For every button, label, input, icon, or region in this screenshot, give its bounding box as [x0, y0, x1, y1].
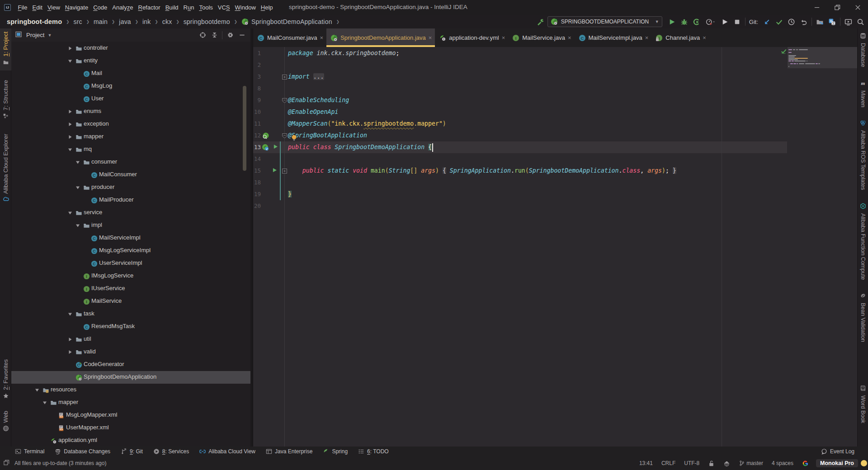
tab-close-icon[interactable]: ×	[502, 35, 505, 41]
play-gray-button[interactable]	[719, 16, 731, 27]
tool-window-button-7-structure[interactable]: 7: Structure	[0, 77, 11, 124]
code-line-9[interactable]: 9@EnableScheduling	[253, 94, 857, 106]
breadcrumb-item[interactable]: main	[94, 18, 108, 25]
hide-button[interactable]	[236, 30, 248, 41]
caret-position[interactable]: 13:41	[639, 460, 653, 466]
code-line-14[interactable]: 14	[253, 153, 857, 165]
chevron-expanded-icon[interactable]	[68, 211, 72, 215]
breadcrumb-item[interactable]: src	[73, 18, 82, 25]
file-encoding[interactable]: UTF-8	[684, 460, 699, 466]
code-line-12[interactable]: 12@SpringBootApplication	[253, 130, 857, 141]
tree-item-entity[interactable]: entity	[11, 55, 250, 67]
search-button[interactable]	[854, 16, 867, 27]
tool-window-button-alibaba-ros-templates[interactable]: Alibaba ROS Templates	[858, 117, 868, 193]
chevron-collapsed-icon[interactable]	[68, 337, 72, 342]
chevron-expanded-icon[interactable]	[75, 160, 80, 164]
git-branch-widget[interactable]: master	[739, 460, 763, 466]
menu-navigate[interactable]: Navigate	[62, 2, 90, 13]
tree-item-task[interactable]: task	[11, 308, 250, 320]
tree-item-util[interactable]: util	[11, 333, 250, 346]
chevron-collapsed-icon[interactable]	[68, 122, 72, 127]
breadcrumb-item[interactable]: ink	[142, 18, 151, 25]
tool-window-button-java-enterprise[interactable]: Java Enterprise	[266, 448, 312, 455]
tool-window-button-spring[interactable]: Spring	[323, 448, 348, 455]
tool-window-button-maven[interactable]: mMaven	[858, 77, 868, 111]
run-button[interactable]	[666, 16, 678, 27]
tree-item-mailconsumer[interactable]: CMailConsumer	[11, 169, 250, 181]
tree-item-valid[interactable]: valid	[11, 346, 250, 358]
tree-item-mapper[interactable]: mapper	[11, 131, 250, 143]
hammer-button[interactable]	[534, 16, 547, 27]
tree-item-iuserservice[interactable]: IIUserService	[11, 282, 250, 295]
tab-close-icon[interactable]: ×	[429, 35, 432, 41]
tool-window-button-terminal[interactable]: Terminal	[15, 448, 44, 455]
minimize-button[interactable]	[807, 0, 827, 15]
tree-item-mail[interactable]: CMail	[11, 67, 250, 80]
tab-close-icon[interactable]: ×	[703, 35, 706, 41]
tree-item-mailproducer[interactable]: CMailProducer	[11, 194, 250, 207]
chevron-collapsed-icon[interactable]	[68, 46, 72, 51]
menu-tools[interactable]: Tools	[197, 2, 215, 13]
restore-button[interactable]	[827, 0, 848, 15]
locate-button[interactable]	[197, 30, 208, 41]
tree-item-producer[interactable]: producer	[11, 181, 250, 194]
chevron-expanded-icon[interactable]	[35, 388, 39, 392]
chevron-expanded-icon[interactable]	[75, 185, 80, 190]
commit-button[interactable]	[773, 16, 785, 27]
menu-code[interactable]: Code	[91, 2, 110, 13]
tool-window-button-1-project[interactable]: 1: Project	[0, 28, 11, 70]
boot-gutter-icon[interactable]	[262, 144, 269, 151]
breadcrumb-item[interactable]: java	[119, 18, 131, 25]
code-line-11[interactable]: 11@MapperScan("ink.ckx.springbootdemo.ma…	[253, 118, 857, 130]
rollback-button[interactable]	[797, 16, 810, 27]
menu-window[interactable]: Window	[232, 2, 258, 13]
chevron-collapsed-icon[interactable]	[68, 350, 72, 354]
tree-item-mailserviceimpl[interactable]: CMailServiceImpl	[11, 232, 250, 244]
tree-item-mq[interactable]: mq	[11, 143, 250, 156]
breadcrumb-item[interactable]: springboot-demo	[7, 18, 62, 25]
inspections-status-icon[interactable]	[781, 48, 787, 56]
tree-item-msglogserviceimpl[interactable]: CMsgLogServiceImpl	[11, 244, 250, 257]
menu-run[interactable]: Run	[181, 2, 197, 13]
chevron-expanded-icon[interactable]	[75, 223, 80, 228]
tool-window-button-alibaba-function-compute[interactable]: Alibaba Function Compute	[858, 200, 868, 283]
code-line-3[interactable]: 3import ...	[253, 71, 857, 83]
chevron-expanded-icon[interactable]	[68, 147, 72, 152]
tree-item-userserviceimpl[interactable]: CUserServiceImpl	[11, 257, 250, 270]
tab-channel-java[interactable]: IChannel.java×	[651, 28, 709, 47]
unlock-icon[interactable]	[708, 460, 715, 467]
fold-collapse-icon[interactable]	[282, 133, 288, 139]
tree-item-user[interactable]: CUser	[11, 93, 250, 105]
layered-windows-icon[interactable]	[3, 459, 10, 468]
code-line-8[interactable]: 8	[253, 83, 857, 94]
theme-accent-dot[interactable]	[861, 460, 867, 466]
update-button[interactable]	[761, 16, 773, 27]
history-button[interactable]	[785, 16, 797, 27]
tree-item-springbootdemoapplication[interactable]: SpringbootDemoApplication	[11, 371, 250, 384]
code-line-1[interactable]: 1package ink.ckx.springbootdemo;	[253, 47, 857, 59]
menu-help[interactable]: Help	[258, 2, 275, 13]
menu-analyze[interactable]: Analyze	[110, 2, 136, 13]
coverage-button[interactable]	[690, 16, 703, 27]
menu-build[interactable]: Build	[163, 2, 181, 13]
gear-button[interactable]	[224, 30, 236, 41]
line-ending[interactable]: CRLF	[661, 460, 675, 466]
theme-widget[interactable]: Monokai Pro	[816, 459, 858, 467]
code-line-13[interactable]: 13public class SpringbootDemoApplication…	[253, 141, 857, 153]
tree-item-enums[interactable]: enums	[11, 105, 250, 118]
tool-window-button-database-changes[interactable]: Database Changes	[55, 448, 110, 455]
tab-application-dev-yml[interactable]: application-dev.yml×	[435, 28, 508, 47]
tree-item-codegenerator[interactable]: CCodeGenerator	[11, 358, 250, 371]
chevron-expanded-icon[interactable]	[68, 59, 72, 63]
menu-refactor[interactable]: Refactor	[136, 2, 163, 13]
presentation-button[interactable]	[842, 16, 854, 27]
fold-expand-icon[interactable]	[282, 74, 288, 80]
debug-button[interactable]	[678, 16, 690, 27]
collapse-all-button[interactable]	[208, 30, 220, 41]
event-log-button[interactable]: Event Log	[821, 446, 854, 456]
spy-icon[interactable]	[723, 460, 730, 467]
indent-widget[interactable]: 4 spaces	[772, 460, 793, 466]
tool-window-button-bean-validation[interactable]: Bean Validation	[858, 289, 868, 345]
fold-collapse-icon[interactable]	[282, 98, 288, 103]
menu-view[interactable]: View	[45, 2, 62, 13]
